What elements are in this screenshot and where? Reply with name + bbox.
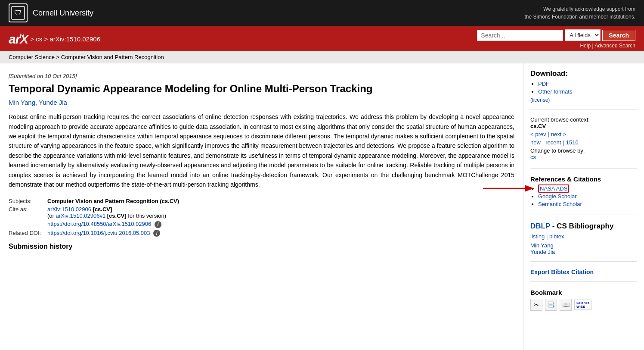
next-link[interactable]: next > <box>551 131 567 138</box>
cite-as-row: Cite as: arXiv:1510.02906 [cs.CV] (or ar… <box>9 206 514 219</box>
dblp-authors: Min Yang Yunde Jia <box>530 242 637 255</box>
arxiv-x-icon: X iv <box>20 32 28 47</box>
browse-nav: < prev | next > <box>530 131 637 138</box>
cornell-university-label: Cornell University <box>33 9 93 18</box>
top-bar: 🛡 Cornell University We gratefully ackno… <box>0 0 644 26</box>
bookmark-section: Bookmark ✂ 📑 📖 ScienceWISE <box>530 289 637 317</box>
submission-history-heading: Submission history <box>9 243 514 250</box>
dblp-link[interactable]: DBLP <box>530 222 550 230</box>
prev-link[interactable]: < prev <box>530 131 546 138</box>
breadcrumb-text: Computer Science > Computer Vision and P… <box>9 54 164 60</box>
cornell-logo: 🛡 Cornell University <box>9 3 93 22</box>
nasa-ads-item: NASA ADS <box>538 185 637 192</box>
author-link-min-yang[interactable]: Min Yang <box>9 99 35 106</box>
browse-num-link[interactable]: 1510 <box>566 139 579 146</box>
paper-abstract: Robust online multi-person tracking requ… <box>9 112 514 189</box>
browse-context-value: cs.CV <box>530 123 546 129</box>
metadata-table: Subjects: Computer Vision and Pattern Re… <box>9 198 514 237</box>
paper-authors: Min Yang, Yunde Jia <box>9 99 514 106</box>
sciencewise-badge[interactable]: ScienceWISE <box>574 300 591 310</box>
pdf-item: PDF <box>538 81 637 87</box>
bookmark-icon-2[interactable]: 📑 <box>545 299 557 311</box>
svg-text:🛡: 🛡 <box>14 9 22 17</box>
dblp-author2-link[interactable]: Yunde Jia <box>530 249 637 255</box>
arxiv-paper-breadcrumb: > cs > arXiv:1510.02906 <box>30 35 100 43</box>
cs-bibliography-label: - CS Bibliography <box>552 222 614 230</box>
search-button[interactable]: Search <box>602 30 635 41</box>
search-help-links: Help | Advanced Search <box>580 43 635 49</box>
dblp-listing-links: listing | bibtex <box>530 233 637 240</box>
arxiv-brand: ar X iv > cs > arXiv:1510.02906 <box>9 32 100 47</box>
related-doi-value: https://doi.org/10.1016/j.cviu.2016.05.0… <box>47 230 160 237</box>
help-link[interactable]: Help <box>580 43 591 49</box>
advanced-search-link[interactable]: Advanced Search <box>594 43 635 49</box>
export-bibtex-link[interactable]: Export Bibtex Citation <box>530 269 594 275</box>
browse-nav-secondary: new | recent | 1510 <box>530 139 637 146</box>
dblp-listing-link[interactable]: listing <box>530 233 545 240</box>
dblp-author1-link[interactable]: Min Yang <box>530 242 637 249</box>
bookmark-icon-1[interactable]: ✂ <box>530 299 542 311</box>
related-doi-row: Related DOI: https://doi.org/10.1016/j.c… <box>9 230 514 237</box>
google-scholar-item: Google Scholar <box>538 193 637 200</box>
download-list: PDF Other formats <box>530 81 637 95</box>
dblp-heading: DBLP - CS Bibliography <box>530 222 637 231</box>
refs-citations-section: References & Citations NASA ADS <box>530 175 637 215</box>
cite-as-arxiv-link[interactable]: arXiv:1510.02906 <box>47 206 91 212</box>
refs-heading: References & Citations <box>530 175 637 183</box>
refs-list: NASA ADS Google Scholar Semantic Scholar <box>530 185 637 207</box>
search-field-select[interactable]: All fields Title Author Abstract <box>565 29 601 41</box>
semantic-scholar-item: Semantic Scholar <box>538 201 637 207</box>
red-banner: ar X iv > cs > arXiv:1510.02906 All fiel… <box>0 26 644 51</box>
change-browse-cs-link[interactable]: cs <box>530 154 536 160</box>
sidebar: Download: PDF Other formats (license) Cu… <box>523 63 644 350</box>
dblp-section: DBLP - CS Bibliography listing | bibtex … <box>530 222 637 262</box>
dblp-bibtex-link[interactable]: bibtex <box>549 233 564 240</box>
pdf-link[interactable]: PDF <box>538 81 549 87</box>
related-doi-label: Related DOI: <box>9 230 43 236</box>
support-text: We gratefully acknowledge support from t… <box>525 5 635 21</box>
bookmark-icons: ✂ 📑 📖 ScienceWISE <box>530 299 637 311</box>
content-area: [Submitted on 10 Oct 2015] Temporal Dyna… <box>0 63 523 350</box>
cite-as-value: arXiv:1510.02906 [cs.CV] (or arXiv:1510.… <box>47 206 166 219</box>
browse-context-label: Current browse context: cs.CV <box>530 116 637 129</box>
new-link[interactable]: new <box>530 139 541 146</box>
subjects-value: Computer Vision and Pattern Recognition … <box>47 198 179 204</box>
export-bibtex-section: Export Bibtex Citation <box>530 269 637 282</box>
nasa-ads-link[interactable]: NASA ADS <box>538 184 569 193</box>
doi-link[interactable]: https://doi.org/10.48550/arXiv.1510.0290… <box>47 221 151 227</box>
related-doi-info-icon[interactable]: i <box>153 230 160 237</box>
cornell-shield-icon: 🛡 <box>9 3 28 22</box>
license-link[interactable]: (license) <box>530 97 550 103</box>
recent-link[interactable]: recent <box>545 139 561 146</box>
search-area: All fields Title Author Abstract Search … <box>477 29 635 49</box>
arxiv-logo-text: ar <box>9 32 20 47</box>
google-scholar-link[interactable]: Google Scholar <box>538 193 577 200</box>
other-formats-item: Other formats <box>538 88 637 95</box>
cite-as-version-link[interactable]: arXiv:1510.02906v1 <box>56 212 106 219</box>
subjects-row: Subjects: Computer Vision and Pattern Re… <box>9 198 514 204</box>
submission-date: [Submitted on 10 Oct 2015] <box>9 73 514 79</box>
paper-title: Temporal Dynamic Appearance Modeling for… <box>9 82 514 95</box>
doi-value: https://doi.org/10.48550/arXiv.1510.0290… <box>47 221 161 228</box>
other-formats-link[interactable]: Other formats <box>538 88 572 95</box>
bookmark-heading: Bookmark <box>530 289 637 296</box>
related-doi-link[interactable]: https://doi.org/10.1016/j.cviu.2016.05.0… <box>47 230 150 236</box>
bookmark-icon-3[interactable]: 📖 <box>560 299 572 311</box>
browse-context-section: Current browse context: cs.CV < prev | n… <box>530 116 637 169</box>
semantic-scholar-link[interactable]: Semantic Scholar <box>538 201 582 207</box>
doi-info-icon[interactable]: i <box>155 221 161 228</box>
search-input[interactable] <box>477 30 563 41</box>
subjects-label: Subjects: <box>9 198 43 204</box>
download-section: Download: PDF Other formats (license) <box>530 69 637 109</box>
doi-row: https://doi.org/10.48550/arXiv.1510.0290… <box>9 221 514 228</box>
author-link-yunde-jia[interactable]: Yunde Jia <box>39 99 67 106</box>
download-heading: Download: <box>530 69 637 78</box>
cite-as-label: Cite as: <box>9 206 43 212</box>
breadcrumb-bar: Computer Science > Computer Vision and P… <box>0 51 644 63</box>
change-browse: Change to browse by: cs <box>530 147 637 160</box>
